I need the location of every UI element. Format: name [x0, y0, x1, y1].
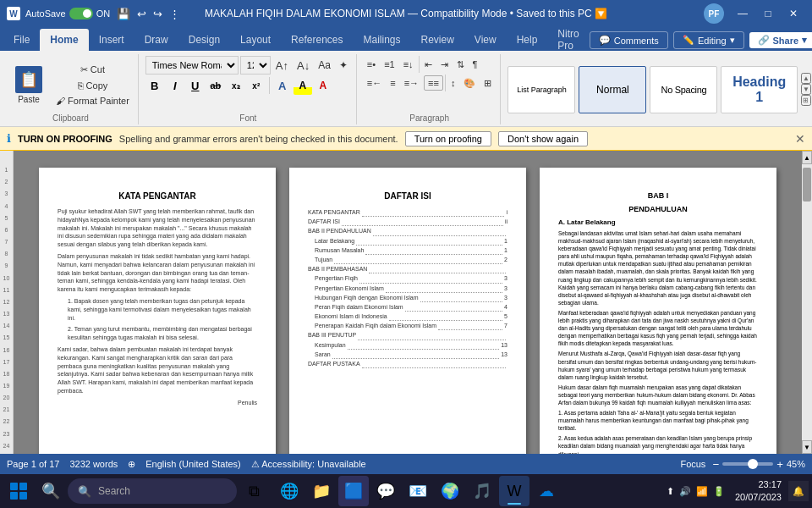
style-heading1[interactable]: Heading 1: [721, 66, 798, 113]
page-3[interactable]: BAB I PENDAHULUAN A. Latar Belakang Seba…: [540, 168, 776, 454]
battery-icon[interactable]: 🔋: [713, 486, 725, 497]
scroll-up-button[interactable]: ▲: [802, 151, 812, 164]
groove-music-button[interactable]: 🎵: [467, 476, 497, 506]
language[interactable]: English (United States): [145, 459, 241, 469]
onedrive-button[interactable]: ☁: [531, 476, 562, 506]
tab-layout[interactable]: Layout: [230, 29, 281, 51]
save-button[interactable]: 💾: [115, 6, 132, 22]
justify-button[interactable]: ≡≡: [424, 75, 443, 91]
vertical-scrollbar[interactable]: ▲ ▼: [802, 151, 812, 454]
borders-button[interactable]: ⊞: [480, 76, 495, 91]
grow-font-button[interactable]: A↑: [272, 58, 292, 74]
tab-help[interactable]: Help: [507, 29, 548, 51]
volume-icon[interactable]: 🔊: [679, 486, 691, 497]
proofing-close-button[interactable]: ✕: [795, 132, 805, 146]
clear-format-button[interactable]: ✦: [336, 58, 351, 73]
tab-mailings[interactable]: Mailings: [353, 29, 410, 51]
page-2[interactable]: DAFTAR ISI KATA PENGANTARi DAFTAR ISIii …: [289, 168, 526, 454]
align-left-button[interactable]: ≡←: [364, 76, 385, 90]
tab-review[interactable]: Review: [411, 29, 464, 51]
change-case-button[interactable]: Aa: [315, 58, 334, 73]
maximize-button[interactable]: □: [756, 3, 780, 24]
document-scroll[interactable]: KATA PENGANTAR Puji syukur kehadirat All…: [14, 151, 802, 454]
show-marks-button[interactable]: ¶: [469, 58, 481, 71]
tab-design[interactable]: Design: [178, 29, 230, 51]
explorer-button[interactable]: 📁: [306, 476, 337, 506]
chat-button[interactable]: 💬: [370, 476, 401, 506]
autosave-toggle[interactable]: [69, 8, 93, 19]
line-spacing-button[interactable]: ↕: [447, 76, 459, 90]
tab-home[interactable]: Home: [40, 29, 88, 51]
scroll-thumb[interactable]: [803, 168, 811, 202]
text-effects-button[interactable]: A: [273, 76, 292, 95]
style-list-paragraph[interactable]: List Paragraph: [508, 66, 575, 113]
close-button[interactable]: ✕: [782, 3, 805, 24]
zoom-out-button[interactable]: −: [712, 458, 719, 471]
styles-scroll-up[interactable]: ▲: [801, 73, 811, 84]
tab-file[interactable]: File: [3, 29, 40, 51]
outlook-button[interactable]: 📧: [403, 476, 433, 506]
multilevel-list-button[interactable]: ≡↓: [400, 58, 417, 71]
dont-show-again-button[interactable]: Don't show again: [498, 131, 588, 146]
toc-entry-0: KATA PENGANTARi: [308, 207, 508, 217]
editing-button[interactable]: ✏️ Editing ▾: [673, 31, 744, 49]
style-normal[interactable]: Normal: [579, 66, 646, 113]
style-no-spacing[interactable]: No Spacing: [650, 66, 717, 113]
italic-button[interactable]: I: [166, 76, 184, 95]
start-button[interactable]: [3, 476, 34, 506]
tab-draw[interactable]: Draw: [134, 29, 178, 51]
font-face-select[interactable]: Times New Roman: [145, 56, 239, 75]
minimize-button[interactable]: —: [731, 3, 754, 24]
sort-button[interactable]: ⇅: [453, 58, 468, 72]
bold-button[interactable]: B: [145, 76, 164, 95]
task-view-button[interactable]: ⧉: [239, 476, 269, 506]
chrome-button[interactable]: 🌍: [435, 476, 465, 506]
shading-button[interactable]: 🎨: [460, 76, 479, 91]
strikethrough-button[interactable]: ab: [206, 76, 225, 95]
focus-button[interactable]: Focus: [680, 459, 705, 469]
underline-button[interactable]: U: [186, 76, 205, 95]
superscript-button[interactable]: x²: [247, 76, 266, 95]
taskbar-search[interactable]: 🔍 Search: [68, 478, 237, 504]
network-icon[interactable]: 📶: [696, 486, 708, 497]
font-group: Times New Roman 12 A↑ A↓ Aa ✦ B I U ab x…: [140, 54, 357, 124]
font-size-select[interactable]: 12: [240, 56, 271, 75]
zoom-in-button[interactable]: +: [776, 458, 783, 471]
share-button[interactable]: 🔗 Share ▾: [749, 32, 812, 48]
tab-insert[interactable]: Insert: [89, 29, 134, 51]
subscript-button[interactable]: x₂: [227, 76, 245, 95]
clock[interactable]: 23:17 20/07/2023: [735, 478, 785, 505]
page-1[interactable]: KATA PENGANTAR Puji syukur kehadirat All…: [39, 168, 276, 454]
bullets-button[interactable]: ≡•: [364, 58, 379, 71]
comments-button[interactable]: 💬 Comments: [590, 31, 668, 49]
tab-nitro-pro[interactable]: Nitro Pro: [547, 29, 589, 51]
copy-button[interactable]: ⎘ Copy: [52, 79, 133, 92]
notification-button[interactable]: 🔔: [788, 481, 809, 501]
user-avatar[interactable]: PF: [704, 3, 724, 24]
paste-button[interactable]: 📋 Paste: [8, 59, 49, 110]
styles-more[interactable]: ⊞: [801, 95, 811, 106]
zoom-slider[interactable]: [722, 462, 773, 466]
styles-scroll-down[interactable]: ▼: [801, 84, 811, 95]
search-taskbar-button[interactable]: 🔍: [36, 476, 66, 506]
turn-on-proofing-button[interactable]: Turn on proofing: [405, 131, 491, 146]
decrease-indent-button[interactable]: ⇤: [421, 58, 436, 72]
highlight-color-button[interactable]: A: [294, 76, 312, 95]
align-right-button[interactable]: ≡→: [401, 76, 422, 90]
tab-view[interactable]: View: [464, 29, 507, 51]
edge-button[interactable]: 🌐: [274, 476, 304, 506]
numbering-button[interactable]: ≡1: [381, 58, 398, 71]
redo-button[interactable]: ↪: [151, 6, 164, 22]
tab-references[interactable]: References: [281, 29, 353, 51]
format-painter-button[interactable]: 🖌 Format Painter: [52, 94, 133, 108]
word-taskbar-button[interactable]: W: [499, 476, 529, 506]
cut-button[interactable]: ✂ Cut: [52, 63, 133, 77]
align-center-button[interactable]: ≡: [387, 76, 398, 90]
increase-indent-button[interactable]: ⇥: [437, 58, 452, 72]
undo-button[interactable]: ↩: [135, 6, 148, 22]
teams-button[interactable]: 🟦: [338, 476, 369, 506]
scroll-down-button[interactable]: ▼: [802, 440, 812, 454]
shrink-font-button[interactable]: A↓: [294, 58, 313, 74]
font-color-button[interactable]: A: [314, 76, 332, 95]
customize-qat-button[interactable]: ⋮: [167, 6, 182, 22]
